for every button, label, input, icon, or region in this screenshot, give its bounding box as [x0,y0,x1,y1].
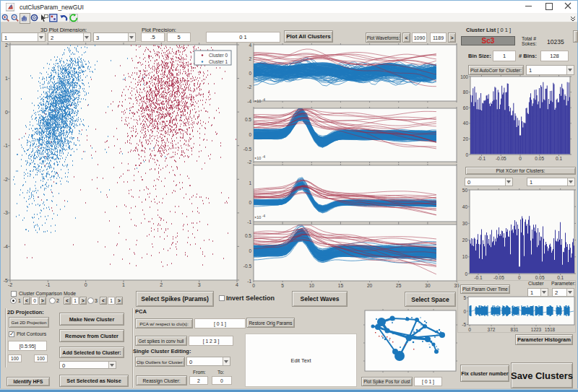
svg-text:×10: ×10 [254,99,261,103]
svg-text:10: 10 [462,254,468,259]
svg-text:×10: ×10 [254,156,261,160]
svg-text:0: 0 [249,248,251,253]
svg-text:0: 0 [519,156,522,161]
svg-text:2: 2 [249,56,251,61]
svg-text:0: 0 [518,275,521,280]
svg-text:-2: -2 [8,282,12,287]
svg-text:0: 0 [465,271,467,276]
svg-text:20: 20 [367,283,373,288]
svg-text:-4: -4 [262,98,265,102]
svg-text:30: 30 [425,283,431,288]
svg-text:4: 4 [249,43,251,48]
svg-text:3: 3 [198,282,201,287]
svg-text:Cluster 0: Cluster 0 [209,53,228,58]
svg-text:0: 0 [5,110,8,115]
svg-text:-0.1: -0.1 [474,275,483,280]
svg-text:-3: -3 [4,210,8,215]
svg-text:×10: ×10 [254,215,261,219]
svg-text:-1: -1 [46,282,50,287]
svg-text:-5: -5 [4,278,8,283]
svg-text:-0.5: -0.5 [243,263,252,269]
svg-text:-4: -4 [247,99,251,104]
svg-text:0: 0 [85,282,87,287]
svg-text:-2: -2 [247,160,251,165]
svg-text:10: 10 [309,283,315,288]
svg-text:-1: -1 [247,279,251,284]
svg-text:-0.05: -0.05 [493,275,504,280]
svg-text:0.1: 0.1 [557,275,564,280]
svg-text:0: 0 [252,283,255,288]
svg-text:4: 4 [236,282,238,287]
svg-text:50: 50 [462,188,468,193]
svg-text:0.1: 0.1 [556,156,562,161]
svg-text:-4: -4 [262,155,265,159]
svg-text:20: 20 [463,136,469,141]
svg-text:40: 40 [463,121,469,126]
svg-text:-2: -2 [247,84,251,90]
svg-text:Cluster 1: Cluster 1 [209,59,228,64]
svg-text:1: 1 [122,282,125,287]
svg-text:0: 0 [249,132,251,137]
svg-text:2: 2 [160,282,163,287]
svg-text:1: 1 [5,76,8,81]
svg-text:0: 0 [465,152,468,157]
svg-text:30: 30 [462,221,468,226]
svg-text:40: 40 [462,204,468,209]
svg-text:-0.5: -0.5 [243,147,252,152]
svg-text:0.5: 0.5 [245,117,251,122]
svg-text:80: 80 [463,90,469,95]
svg-text:0.05: 0.05 [535,275,545,280]
svg-text:5: 5 [281,283,284,288]
svg-text:-0.1: -0.1 [478,156,486,161]
svg-text:-1: -1 [247,219,251,225]
svg-text:1: 1 [249,180,251,186]
svg-text:-4: -4 [4,244,8,249]
svg-text:100: 100 [460,74,468,79]
svg-text:0: 0 [249,71,251,76]
svg-text:60: 60 [463,105,469,110]
svg-text:0.05: 0.05 [535,156,544,161]
svg-text:25: 25 [396,283,402,288]
svg-text:-2: -2 [4,177,8,182]
svg-text:0: 0 [249,200,251,205]
svg-text:2: 2 [5,43,8,48]
svg-text:-4: -4 [262,214,265,218]
svg-text:15: 15 [338,283,344,288]
svg-text:0.5: 0.5 [245,233,251,238]
svg-text:20: 20 [462,238,468,243]
svg-text:-1: -1 [4,143,8,148]
svg-text:-0.05: -0.05 [496,156,506,161]
